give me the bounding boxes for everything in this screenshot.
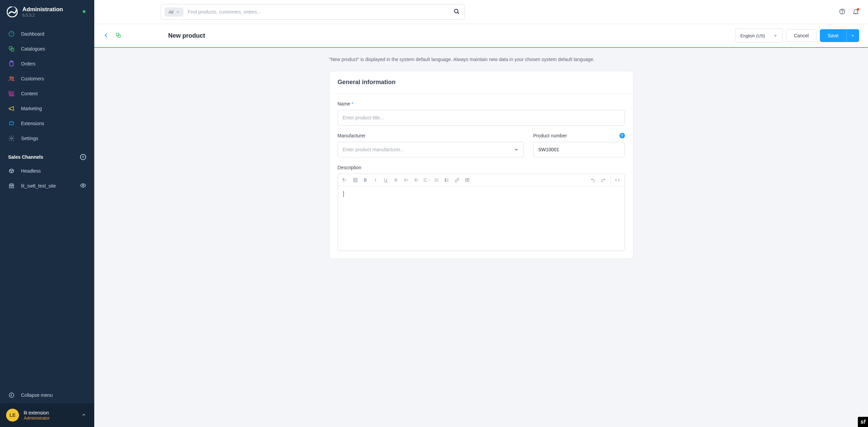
collapse-icon bbox=[8, 392, 15, 399]
svg-rect-8 bbox=[9, 122, 14, 125]
page-title: New product bbox=[168, 32, 205, 39]
svg-point-12 bbox=[454, 9, 458, 13]
manufacturer-label: Manufacturer bbox=[338, 133, 524, 138]
search-filter-label: All bbox=[169, 9, 173, 15]
customers-icon bbox=[8, 75, 15, 82]
help-icon[interactable]: ? bbox=[619, 133, 625, 138]
sales-channel-site[interactable]: lit_sw6_test_site bbox=[0, 178, 94, 193]
back-button[interactable] bbox=[103, 32, 109, 39]
sidebar-header: Administration 6.5.5.2 bbox=[0, 0, 94, 23]
general-info-card: General information Name * Manufacturer … bbox=[329, 71, 633, 259]
svg-rect-7 bbox=[9, 92, 11, 94]
undo-button[interactable] bbox=[589, 176, 597, 185]
svg-point-21 bbox=[435, 181, 435, 181]
svg-point-1 bbox=[9, 32, 14, 37]
superscript-button[interactable]: X2 bbox=[402, 176, 411, 185]
nav-label: Orders bbox=[21, 61, 36, 66]
svg-point-5 bbox=[10, 77, 12, 78]
settings-icon bbox=[8, 135, 15, 142]
search-input[interactable] bbox=[183, 9, 454, 15]
bullet-list-button[interactable] bbox=[432, 176, 441, 185]
content-icon bbox=[8, 90, 15, 97]
code-view-button[interactable] bbox=[610, 176, 622, 185]
user-name: lit extension bbox=[24, 410, 50, 415]
search-filter-dropdown[interactable]: All bbox=[164, 7, 183, 17]
chevron-down-icon bbox=[773, 34, 777, 38]
user-menu[interactable]: LE lit extension Administrator bbox=[0, 403, 94, 427]
nav-label: Dashboard bbox=[21, 31, 44, 37]
notifications-button[interactable] bbox=[852, 8, 859, 16]
svg-text:3: 3 bbox=[445, 180, 446, 182]
duplicate-button[interactable] bbox=[115, 32, 121, 39]
orders-icon bbox=[8, 60, 15, 67]
nav-label: Customers bbox=[21, 76, 44, 81]
redo-button[interactable] bbox=[599, 176, 608, 185]
nav-dashboard[interactable]: Dashboard bbox=[0, 26, 94, 41]
ordered-list-button[interactable]: 123 bbox=[442, 176, 451, 185]
svg-rect-18 bbox=[354, 179, 356, 181]
add-sales-channel-button[interactable]: + bbox=[80, 154, 86, 160]
subscript-button[interactable]: X2 bbox=[412, 176, 421, 185]
align-button[interactable] bbox=[422, 176, 431, 185]
global-search[interactable]: All bbox=[161, 4, 465, 20]
user-role: Administrator bbox=[24, 415, 50, 421]
sales-channel-label: Headless bbox=[21, 168, 41, 174]
sidebar-version: 6.5.5.2 bbox=[22, 13, 63, 18]
symfony-debug-badge[interactable]: sf bbox=[858, 417, 868, 427]
svg-point-20 bbox=[435, 180, 435, 180]
nav-label: Catalogues bbox=[21, 46, 45, 52]
extensions-icon bbox=[8, 120, 15, 127]
nav-catalogues[interactable]: Catalogues bbox=[0, 41, 94, 56]
nav-customers[interactable]: Customers bbox=[0, 71, 94, 86]
chevron-up-icon bbox=[81, 412, 86, 418]
sidebar: Administration 6.5.5.2 Dashboard Catalog… bbox=[0, 0, 94, 427]
svg-point-14 bbox=[842, 13, 842, 13]
save-button[interactable]: Save bbox=[820, 29, 846, 42]
collapse-label: Collapse menu bbox=[21, 392, 53, 398]
manufacturer-placeholder: Enter product manufacturer... bbox=[343, 147, 404, 152]
collapse-menu-button[interactable]: Collapse menu bbox=[0, 387, 94, 403]
paragraph-format-button[interactable]: ¶ bbox=[341, 176, 350, 185]
language-value: English (US) bbox=[740, 33, 765, 38]
description-label: Description bbox=[338, 165, 625, 170]
product-number-input[interactable] bbox=[533, 142, 625, 157]
nav-label: Marketing bbox=[21, 106, 42, 111]
sales-channels-header: Sales Channels + bbox=[0, 149, 94, 163]
svg-point-9 bbox=[11, 138, 13, 139]
name-input[interactable] bbox=[338, 110, 625, 125]
link-button[interactable] bbox=[453, 176, 461, 185]
svg-point-6 bbox=[12, 77, 14, 78]
topbar: All bbox=[94, 0, 868, 24]
svg-point-11 bbox=[9, 393, 14, 397]
main-content: All New product bbox=[94, 0, 868, 427]
visibility-icon[interactable] bbox=[80, 182, 86, 190]
nav-marketing[interactable]: Marketing bbox=[0, 101, 94, 116]
logo-icon bbox=[7, 6, 18, 17]
strikethrough-button[interactable]: S bbox=[392, 176, 400, 185]
save-dropdown-button[interactable] bbox=[846, 29, 859, 42]
table-button[interactable] bbox=[463, 176, 472, 185]
underline-button[interactable]: U bbox=[381, 176, 390, 185]
help-button[interactable] bbox=[839, 8, 846, 16]
content-area: "New product" is displayed in the system… bbox=[94, 48, 868, 268]
nav-settings[interactable]: Settings bbox=[0, 131, 94, 146]
nav-extensions[interactable]: Extensions bbox=[0, 116, 94, 131]
svg-rect-17 bbox=[353, 178, 357, 182]
sales-channel-headless[interactable]: Headless bbox=[0, 163, 94, 178]
description-textarea[interactable] bbox=[338, 186, 625, 251]
nav-label: Content bbox=[21, 91, 38, 96]
fullscreen-button[interactable] bbox=[351, 176, 360, 185]
chevron-down-icon bbox=[176, 10, 179, 14]
bold-button[interactable]: B bbox=[361, 176, 370, 185]
storefront-icon bbox=[8, 182, 15, 189]
search-icon[interactable] bbox=[454, 8, 460, 16]
cancel-button[interactable]: Cancel bbox=[786, 29, 816, 42]
nav-content[interactable]: Content bbox=[0, 86, 94, 101]
page-header: New product English (US) Cancel Save bbox=[94, 24, 868, 48]
section-title: Sales Channels bbox=[8, 154, 43, 160]
manufacturer-select[interactable]: Enter product manufacturer... bbox=[338, 142, 524, 157]
italic-button[interactable]: I bbox=[371, 176, 380, 185]
nav-orders[interactable]: Orders bbox=[0, 56, 94, 71]
language-select[interactable]: English (US) bbox=[735, 28, 783, 43]
marketing-icon bbox=[8, 105, 15, 112]
